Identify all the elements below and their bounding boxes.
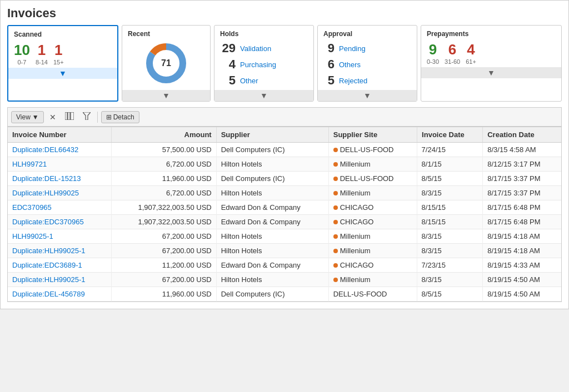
invoice-number-link[interactable]: Duplicate:EDC3689-1	[12, 261, 82, 269]
card-scanned[interactable]: Scanned 10 0-7 1 8-14 1 15+ ▼	[7, 25, 118, 102]
status-dot	[333, 278, 338, 282]
invoice-number-link[interactable]: Duplicate:DEL66432	[12, 145, 78, 154]
invoice-date-cell: 8/5/15	[417, 172, 483, 186]
invoice-number-link[interactable]: Duplicate:HLH99025	[12, 189, 79, 197]
scanned-value-0-7: 10	[14, 42, 30, 59]
columns-icon	[65, 112, 74, 120]
status-dot	[333, 205, 338, 210]
invoice-number-link[interactable]: Duplicate:EDC370965	[12, 218, 84, 226]
approval-title: Approval	[323, 30, 411, 38]
card-approval[interactable]: Approval 9 Pending 6 Others 5 Rejected ▼	[317, 25, 417, 102]
holds-link-validation[interactable]: Validation	[240, 44, 271, 53]
card-holds[interactable]: Holds 29 Validation 4 Purchasing 5 Other…	[214, 25, 314, 102]
prepayments-arrow[interactable]: ▼	[421, 67, 561, 78]
prepay-label-0-30: 0-30	[427, 58, 439, 65]
scanned-item-15plus: 1 15+	[53, 42, 64, 66]
invoice-number-link[interactable]: Duplicate:DEL-456789	[12, 290, 85, 298]
invoice-number-cell: HLH99025-1	[8, 229, 112, 244]
supplier-cell: Hilton Hotels	[216, 157, 328, 172]
recent-arrow[interactable]: ▼	[122, 90, 210, 101]
approval-value-others: 6	[323, 57, 335, 72]
invoice-date-cell: 8/3/15	[417, 244, 483, 258]
status-dot	[333, 220, 338, 224]
detach-label: Detach	[113, 113, 134, 121]
table-row: Duplicate:DEL-45678911,960.00 USDDell Co…	[8, 287, 561, 301]
filter-button[interactable]	[79, 110, 94, 124]
filter-icon	[83, 112, 91, 120]
table-row: Duplicate:EDC3709651,907,322,003.50 USDE…	[8, 215, 561, 229]
amount-cell: 1,907,322,003.50 USD	[112, 215, 216, 229]
amount-cell: 57,500.00 USD	[112, 143, 216, 157]
prepay-item-0-30: 9 0-30	[427, 41, 439, 65]
holds-arrow[interactable]: ▼	[214, 90, 313, 101]
approval-link-rejected[interactable]: Rejected	[339, 77, 367, 85]
status-dot	[333, 234, 338, 239]
view-dropdown-icon: ▼	[32, 113, 39, 121]
invoice-number-cell: Duplicate:DEL66432	[8, 143, 112, 157]
holds-value-other: 5	[220, 73, 236, 88]
prepayments-title: Prepayments	[427, 30, 556, 38]
donut-container: 71	[128, 41, 204, 88]
invoice-number-link[interactable]: Duplicate:HLH99025-1	[12, 247, 86, 255]
table-header-row: Invoice Number Amount Supplier Supplier …	[8, 127, 561, 143]
page-title: Invoices	[7, 6, 562, 21]
invoice-number-link[interactable]: Duplicate:HLH99025-1	[12, 275, 86, 284]
scanned-label-15plus: 15+	[53, 59, 64, 66]
col-invoice-number: Invoice Number	[8, 127, 112, 143]
supplier-cell: Hilton Hotels	[216, 244, 328, 258]
invoice-number-link[interactable]: EDC370965	[12, 203, 52, 212]
holds-link-purchasing[interactable]: Purchasing	[240, 61, 276, 69]
holds-link-other[interactable]: Other	[240, 77, 258, 85]
invoice-number-cell: Duplicate:EDC370965	[8, 215, 112, 229]
supplier-site-cell: Millenium	[329, 273, 417, 287]
approval-link-others[interactable]: Others	[339, 61, 361, 69]
amount-cell: 67,200.00 USD	[112, 244, 216, 258]
invoice-date-cell: 8/3/15	[417, 229, 483, 244]
creation-date-cell: 8/17/15 6:48 PM	[483, 200, 561, 215]
scanned-label-8-14: 8-14	[36, 59, 48, 66]
supplier-site-cell: Millenium	[329, 186, 417, 200]
holds-item-validation: 29 Validation	[220, 41, 308, 56]
supplier-cell: Edward Don & Company	[216, 258, 328, 273]
creation-date-cell: 8/12/15 3:17 PM	[483, 157, 561, 172]
prepay-nums: 9 0-30 6 31-60 4 61+	[427, 41, 556, 65]
toolbar: View ▼ ✕ ⊞ Detach	[7, 107, 562, 127]
supplier-cell: Edward Don & Company	[216, 215, 328, 229]
invoice-number-link[interactable]: HLH99025-1	[12, 232, 53, 240]
scanned-label-0-7: 0-7	[14, 59, 30, 66]
scanned-item-8-14: 1 8-14	[36, 42, 48, 66]
table-row: HLH99025-167,200.00 USDHilton HotelsMill…	[8, 229, 561, 244]
view-button[interactable]: View ▼	[11, 111, 44, 123]
card-prepayments[interactable]: Prepayments 9 0-30 6 31-60 4 61+ ▼	[421, 25, 562, 102]
supplier-site-cell: Millenium	[329, 244, 417, 258]
invoice-date-cell: 7/24/15	[417, 143, 483, 157]
approval-item-rejected: 5 Rejected	[323, 73, 411, 88]
invoice-date-cell: 8/3/15	[417, 273, 483, 287]
invoice-number-link[interactable]: HLH99721	[12, 160, 47, 168]
invoice-number-cell: Duplicate:HLH99025-1	[8, 273, 112, 287]
status-dot	[333, 191, 338, 195]
scanned-value-15plus: 1	[53, 42, 64, 59]
svg-marker-6	[83, 112, 91, 120]
invoice-number-link[interactable]: Duplicate:DEL-15213	[12, 174, 81, 183]
detach-icon: ⊞	[106, 113, 112, 121]
prepay-item-61plus: 4 61+	[466, 41, 476, 65]
table-row: Duplicate:HLH99025-167,200.00 USDHilton …	[8, 273, 561, 287]
creation-date-cell: 8/19/15 4:50 AM	[483, 273, 561, 287]
scanned-arrow[interactable]: ▼	[8, 68, 117, 79]
approval-arrow[interactable]: ▼	[318, 90, 417, 101]
invoice-table-container: Invoice Number Amount Supplier Supplier …	[7, 127, 562, 302]
supplier-cell: Hilton Hotels	[216, 186, 328, 200]
page-wrapper: Invoices Scanned 10 0-7 1 8-14 1 15+ ▼	[0, 0, 569, 309]
columns-button[interactable]	[62, 110, 77, 124]
card-recent[interactable]: Recent 71 ▼	[122, 25, 211, 102]
col-supplier-site: Supplier Site	[328, 127, 417, 143]
approval-link-pending[interactable]: Pending	[339, 44, 366, 53]
supplier-site-cell: DELL-US-FOOD	[329, 172, 417, 185]
prepay-value-31-60: 6	[445, 41, 460, 58]
detach-button[interactable]: ⊞ Detach	[101, 111, 139, 123]
invoice-number-cell: Duplicate:HLH99025-1	[8, 244, 112, 258]
close-button[interactable]: ✕	[46, 110, 59, 124]
holds-item-purchasing: 4 Purchasing	[220, 57, 308, 72]
status-dot	[333, 162, 338, 167]
